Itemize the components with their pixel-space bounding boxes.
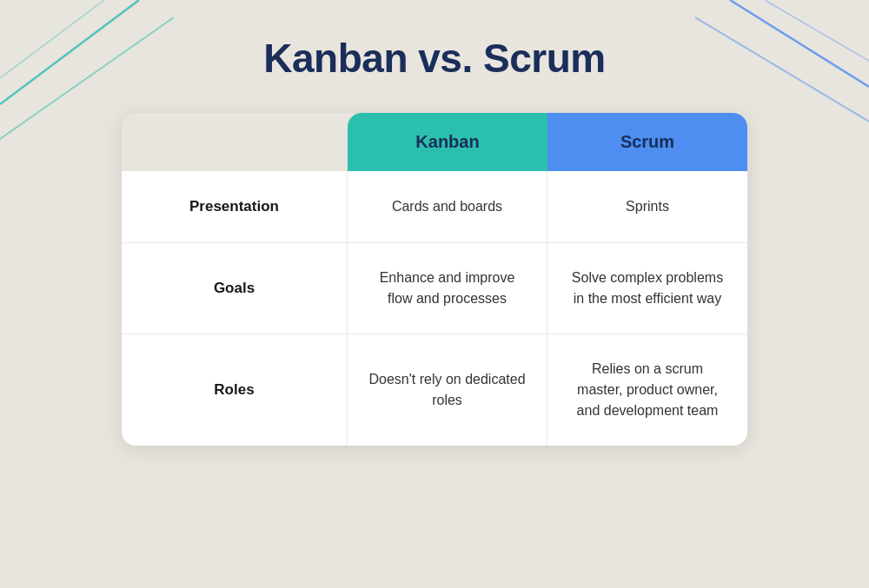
table-body: Presentation Cards and boards Sprints Go… — [122, 171, 747, 446]
table-header: Kanban Scrum — [122, 113, 747, 171]
table-row-presentation: Presentation Cards and boards Sprints — [122, 171, 747, 243]
cell-scrum-presentation: Sprints — [547, 171, 747, 242]
cell-kanban-presentation: Cards and boards — [348, 171, 547, 242]
header-scrum: Scrum — [547, 113, 747, 171]
cell-kanban-roles: Doesn't rely on dedicated roles — [348, 334, 547, 446]
page-title: Kanban vs. Scrum — [263, 35, 605, 82]
label-goals: Goals — [122, 243, 348, 334]
label-presentation: Presentation — [122, 171, 348, 242]
table-row-goals: Goals Enhance and improve flow and proce… — [122, 243, 747, 334]
table-row-roles: Roles Doesn't rely on dedicated roles Re… — [122, 334, 747, 446]
header-empty-cell — [122, 113, 348, 171]
header-kanban: Kanban — [348, 113, 547, 171]
comparison-table: Kanban Scrum Presentation Cards and boar… — [122, 113, 747, 446]
cell-scrum-roles: Relies on a scrum master, product owner,… — [547, 334, 747, 446]
label-roles: Roles — [122, 334, 348, 446]
cell-scrum-goals: Solve complex problems in the most effic… — [547, 243, 747, 334]
page-content: Kanban vs. Scrum Kanban Scrum Presentati… — [0, 0, 869, 463]
cell-kanban-goals: Enhance and improve flow and processes — [348, 243, 547, 334]
